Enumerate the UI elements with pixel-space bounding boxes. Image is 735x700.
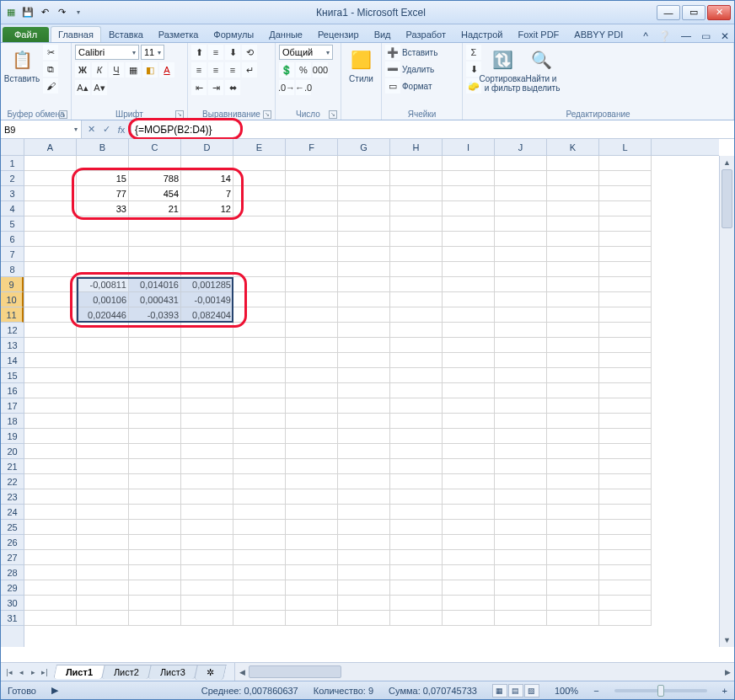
italic-button[interactable]: К xyxy=(92,62,107,77)
tab-insert[interactable]: Вставка xyxy=(101,26,151,42)
cell[interactable] xyxy=(129,368,181,383)
cell[interactable] xyxy=(547,201,599,216)
cell[interactable] xyxy=(338,505,390,520)
cell[interactable] xyxy=(24,307,77,323)
cell[interactable] xyxy=(338,414,390,429)
column-header[interactable]: I xyxy=(443,139,495,155)
currency-icon[interactable]: 💲 xyxy=(279,62,294,77)
cell[interactable] xyxy=(233,550,286,565)
cell[interactable] xyxy=(233,216,286,232)
tab-foxit[interactable]: Foxit PDF xyxy=(510,26,566,42)
close-button[interactable]: ✕ xyxy=(707,5,731,20)
cell[interactable] xyxy=(443,580,495,596)
cell[interactable] xyxy=(286,186,338,201)
cell[interactable] xyxy=(77,338,129,353)
cell[interactable] xyxy=(286,596,338,611)
workbook-close-icon[interactable]: ✕ xyxy=(716,30,734,42)
row-header[interactable]: 9 xyxy=(1,277,24,292)
cell[interactable] xyxy=(77,520,129,535)
sheet-tab[interactable]: Лист3 xyxy=(148,665,198,679)
cell[interactable] xyxy=(24,368,77,383)
cell[interactable] xyxy=(181,580,233,596)
cell[interactable] xyxy=(181,505,233,520)
cell[interactable] xyxy=(547,489,599,505)
styles-button[interactable]: 🟨 Стили xyxy=(345,45,378,83)
cell[interactable] xyxy=(286,323,338,338)
cell[interactable] xyxy=(77,611,129,626)
cell[interactable] xyxy=(129,338,181,353)
cell[interactable] xyxy=(233,277,286,292)
minimize-button[interactable]: — xyxy=(657,5,680,20)
cell[interactable] xyxy=(286,505,338,520)
cell[interactable] xyxy=(547,383,599,398)
cell[interactable]: 15 xyxy=(77,171,129,186)
font-size-combo[interactable]: 11▾ xyxy=(141,45,164,60)
cell[interactable] xyxy=(547,186,599,201)
cell[interactable] xyxy=(338,520,390,535)
cell[interactable] xyxy=(77,565,129,580)
cell[interactable] xyxy=(233,156,286,171)
cell[interactable] xyxy=(24,565,77,580)
align-center-icon[interactable]: ≡ xyxy=(208,62,223,77)
cell[interactable] xyxy=(495,338,547,353)
cell[interactable] xyxy=(443,171,495,186)
scroll-right-icon[interactable]: ▶ xyxy=(721,663,734,681)
cell[interactable] xyxy=(24,520,77,535)
cell[interactable] xyxy=(129,383,181,398)
cell[interactable] xyxy=(495,489,547,505)
cell[interactable] xyxy=(129,489,181,505)
column-header[interactable]: B xyxy=(77,139,129,155)
cell[interactable]: 0,00106 xyxy=(77,292,129,307)
cell[interactable] xyxy=(286,262,338,277)
tab-view[interactable]: Вид xyxy=(367,26,399,42)
cell[interactable]: 454 xyxy=(129,186,181,201)
cell[interactable] xyxy=(443,520,495,535)
cell[interactable] xyxy=(390,550,443,565)
row-header[interactable]: 26 xyxy=(1,535,24,550)
cell[interactable] xyxy=(599,505,652,520)
cell[interactable]: 0,082404 xyxy=(181,307,233,323)
cell[interactable] xyxy=(24,383,77,398)
cell[interactable]: 0,020446 xyxy=(77,307,129,323)
cell[interactable] xyxy=(129,398,181,414)
cell[interactable] xyxy=(443,307,495,323)
cell[interactable] xyxy=(233,505,286,520)
cell[interactable] xyxy=(129,156,181,171)
underline-button[interactable]: Ч xyxy=(109,62,124,77)
workbook-minimize-icon[interactable]: — xyxy=(676,30,696,42)
cell[interactable] xyxy=(24,596,77,611)
cell[interactable] xyxy=(443,232,495,247)
cell[interactable] xyxy=(599,171,652,186)
cell[interactable] xyxy=(181,459,233,474)
cell[interactable] xyxy=(24,186,77,201)
fx-icon[interactable]: fx xyxy=(115,125,127,135)
row-header[interactable]: 11 xyxy=(1,307,24,323)
cell[interactable] xyxy=(181,444,233,459)
cell[interactable] xyxy=(338,277,390,292)
cell[interactable] xyxy=(495,444,547,459)
cell[interactable] xyxy=(181,611,233,626)
cell[interactable]: -0,00149 xyxy=(181,292,233,307)
align-middle-icon[interactable]: ≡ xyxy=(208,45,223,60)
row-header[interactable]: 14 xyxy=(1,353,24,368)
cell[interactable] xyxy=(233,565,286,580)
cell[interactable] xyxy=(24,611,77,626)
cell[interactable] xyxy=(547,565,599,580)
tab-home[interactable]: Главная xyxy=(51,26,101,42)
font-dialog-icon[interactable]: ↘ xyxy=(175,110,184,119)
row-header[interactable]: 31 xyxy=(1,611,24,626)
cell[interactable] xyxy=(77,262,129,277)
sheet-tab[interactable]: Лист2 xyxy=(101,665,152,679)
cell[interactable] xyxy=(181,520,233,535)
tab-review[interactable]: Рецензир xyxy=(310,26,367,42)
cell[interactable] xyxy=(77,429,129,444)
row-header[interactable]: 1 xyxy=(1,156,24,171)
cell[interactable] xyxy=(390,353,443,368)
row-header[interactable]: 6 xyxy=(1,232,24,247)
cell[interactable] xyxy=(495,505,547,520)
tab-layout[interactable]: Разметка xyxy=(151,26,207,42)
comma-icon[interactable]: 000 xyxy=(313,62,328,77)
cell[interactable] xyxy=(286,429,338,444)
cell[interactable] xyxy=(338,292,390,307)
cell[interactable] xyxy=(599,444,652,459)
